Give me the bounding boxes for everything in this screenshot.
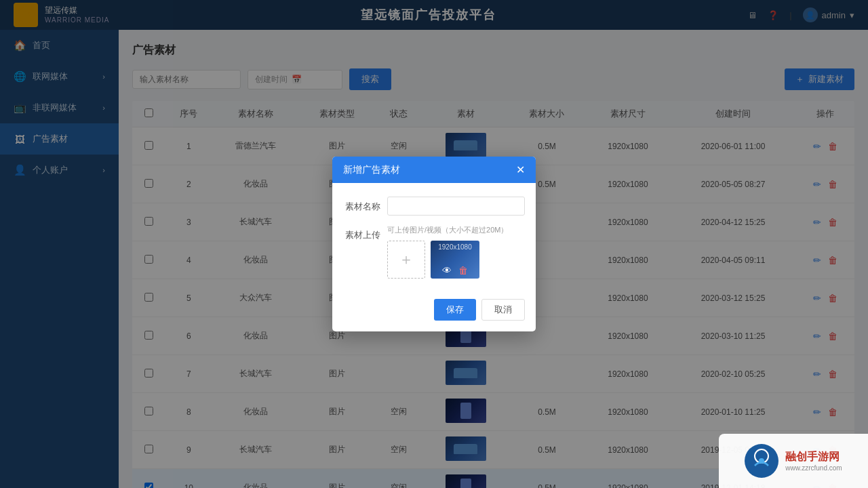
modal-cancel-button[interactable]: 取消 (481, 299, 525, 321)
modal: 新增广告素材 ✕ 素材名称 素材上传 可上传图片/视频（大小不超过20M） ＋ … (332, 157, 536, 331)
upload-hint: 可上传图片/视频（大小不超过20M） (387, 225, 508, 235)
modal-title: 新增广告素材 (343, 164, 400, 176)
upload-preview: 1920x1080 👁 🗑 (431, 241, 479, 279)
upload-add-button[interactable]: ＋ (387, 241, 425, 279)
upload-section: 可上传图片/视频（大小不超过20M） ＋ 1920x1080 👁 🗑 (387, 225, 508, 279)
modal-close-button[interactable]: ✕ (516, 163, 525, 176)
name-field-row: 素材名称 (343, 197, 525, 216)
watermark: 融创手游网 www.zzrcfund.com (719, 434, 868, 488)
material-name-input[interactable] (387, 197, 525, 216)
upload-field-row: 素材上传 可上传图片/视频（大小不超过20M） ＋ 1920x1080 👁 🗑 (343, 225, 525, 279)
name-label: 素材名称 (343, 197, 380, 213)
modal-footer: 保存 取消 (332, 299, 536, 331)
preview-actions: 👁 🗑 (431, 265, 479, 276)
preview-size-label: 1920x1080 (431, 243, 479, 251)
upload-label: 素材上传 (343, 225, 380, 241)
upload-area: ＋ 1920x1080 👁 🗑 (387, 241, 508, 279)
modal-overlay[interactable]: 新增广告素材 ✕ 素材名称 素材上传 可上传图片/视频（大小不超过20M） ＋ … (0, 0, 868, 488)
preview-view-icon[interactable]: 👁 (442, 265, 452, 276)
svg-point-4 (759, 458, 764, 464)
modal-save-button[interactable]: 保存 (434, 299, 476, 321)
preview-delete-icon[interactable]: 🗑 (458, 265, 468, 276)
watermark-logo (745, 444, 778, 478)
modal-body: 素材名称 素材上传 可上传图片/视频（大小不超过20M） ＋ 1920x1080… (332, 183, 536, 299)
watermark-text: 融创手游网 www.zzrcfund.com (785, 450, 842, 472)
modal-header: 新增广告素材 ✕ (332, 157, 536, 183)
